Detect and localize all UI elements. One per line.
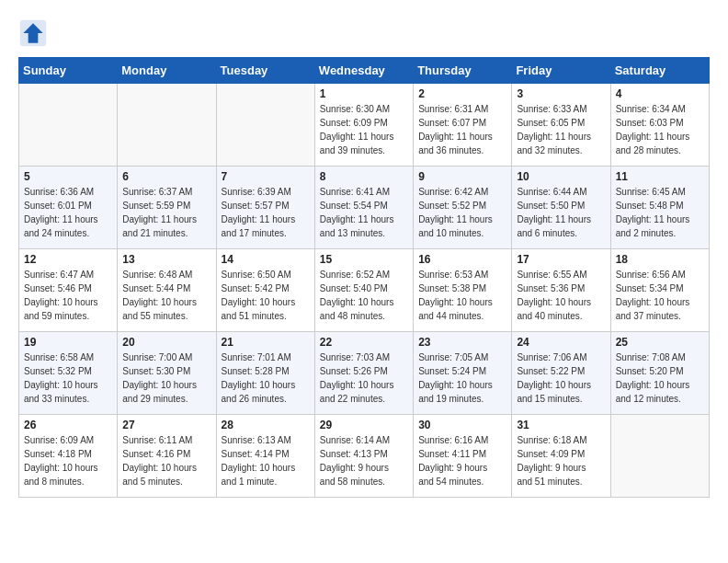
day-info: Sunrise: 6:09 AM Sunset: 4:18 PM Dayligh… bbox=[24, 433, 112, 488]
calendar-week-4: 19Sunrise: 6:58 AM Sunset: 5:32 PM Dayli… bbox=[19, 332, 710, 415]
day-info: Sunrise: 6:39 AM Sunset: 5:57 PM Dayligh… bbox=[222, 185, 310, 240]
day-info: Sunrise: 6:53 AM Sunset: 5:38 PM Dayligh… bbox=[418, 268, 506, 323]
day-info: Sunrise: 7:06 AM Sunset: 5:22 PM Dayligh… bbox=[517, 350, 605, 406]
day-number: 25 bbox=[616, 336, 704, 349]
column-header-sunday: Sunday bbox=[19, 58, 118, 84]
day-info: Sunrise: 6:36 AM Sunset: 6:01 PM Dayligh… bbox=[24, 185, 112, 240]
day-number: 18 bbox=[616, 253, 704, 266]
calendar-cell bbox=[216, 84, 314, 167]
day-info: Sunrise: 6:33 AM Sunset: 6:05 PM Dayligh… bbox=[517, 102, 605, 157]
calendar-header-row: SundayMondayTuesdayWednesdayThursdayFrid… bbox=[19, 58, 710, 84]
day-number: 6 bbox=[122, 170, 210, 183]
calendar-week-2: 5Sunrise: 6:36 AM Sunset: 6:01 PM Daylig… bbox=[19, 167, 710, 249]
day-info: Sunrise: 6:48 AM Sunset: 5:44 PM Dayligh… bbox=[122, 268, 210, 323]
day-info: Sunrise: 6:37 AM Sunset: 5:59 PM Dayligh… bbox=[122, 185, 210, 240]
calendar-week-1: 1Sunrise: 6:30 AM Sunset: 6:09 PM Daylig… bbox=[19, 84, 710, 167]
calendar-cell: 30Sunrise: 6:16 AM Sunset: 4:11 PM Dayli… bbox=[414, 415, 512, 498]
calendar-cell bbox=[19, 84, 118, 167]
day-info: Sunrise: 6:58 AM Sunset: 5:32 PM Dayligh… bbox=[24, 350, 112, 406]
calendar-cell: 19Sunrise: 6:58 AM Sunset: 5:32 PM Dayli… bbox=[19, 332, 118, 415]
calendar-cell: 25Sunrise: 7:08 AM Sunset: 5:20 PM Dayli… bbox=[610, 332, 709, 415]
calendar-cell: 13Sunrise: 6:48 AM Sunset: 5:44 PM Dayli… bbox=[118, 249, 216, 332]
column-header-friday: Friday bbox=[512, 58, 610, 84]
day-info: Sunrise: 6:30 AM Sunset: 6:09 PM Dayligh… bbox=[320, 102, 408, 157]
calendar-cell: 26Sunrise: 6:09 AM Sunset: 4:18 PM Dayli… bbox=[19, 415, 118, 498]
day-number: 2 bbox=[418, 87, 506, 100]
calendar-cell: 12Sunrise: 6:47 AM Sunset: 5:46 PM Dayli… bbox=[19, 249, 118, 332]
day-info: Sunrise: 6:47 AM Sunset: 5:46 PM Dayligh… bbox=[24, 268, 112, 323]
logo-icon bbox=[18, 18, 48, 48]
calendar-cell: 16Sunrise: 6:53 AM Sunset: 5:38 PM Dayli… bbox=[414, 249, 512, 332]
day-number: 28 bbox=[222, 419, 310, 431]
calendar-cell: 14Sunrise: 6:50 AM Sunset: 5:42 PM Dayli… bbox=[216, 249, 314, 332]
day-number: 3 bbox=[517, 87, 605, 100]
day-number: 14 bbox=[222, 253, 310, 266]
day-info: Sunrise: 6:52 AM Sunset: 5:40 PM Dayligh… bbox=[320, 268, 408, 323]
day-info: Sunrise: 7:01 AM Sunset: 5:28 PM Dayligh… bbox=[222, 350, 310, 406]
day-number: 12 bbox=[24, 253, 112, 266]
day-info: Sunrise: 7:03 AM Sunset: 5:26 PM Dayligh… bbox=[320, 350, 408, 406]
calendar-cell: 27Sunrise: 6:11 AM Sunset: 4:16 PM Dayli… bbox=[118, 415, 216, 498]
calendar-cell: 24Sunrise: 7:06 AM Sunset: 5:22 PM Dayli… bbox=[512, 332, 610, 415]
calendar-cell: 22Sunrise: 7:03 AM Sunset: 5:26 PM Dayli… bbox=[314, 332, 413, 415]
day-number: 26 bbox=[24, 419, 112, 431]
day-number: 1 bbox=[320, 87, 408, 100]
day-info: Sunrise: 6:16 AM Sunset: 4:11 PM Dayligh… bbox=[418, 433, 506, 488]
day-info: Sunrise: 7:05 AM Sunset: 5:24 PM Dayligh… bbox=[418, 350, 506, 406]
day-number: 4 bbox=[616, 87, 704, 100]
day-info: Sunrise: 6:31 AM Sunset: 6:07 PM Dayligh… bbox=[418, 102, 506, 157]
column-header-monday: Monday bbox=[118, 58, 216, 84]
day-number: 16 bbox=[418, 253, 506, 266]
column-header-saturday: Saturday bbox=[610, 58, 709, 84]
day-number: 17 bbox=[517, 253, 605, 266]
day-number: 15 bbox=[320, 253, 408, 266]
calendar-cell bbox=[610, 415, 709, 498]
day-number: 24 bbox=[517, 336, 605, 349]
column-header-wednesday: Wednesday bbox=[314, 58, 413, 84]
calendar-week-3: 12Sunrise: 6:47 AM Sunset: 5:46 PM Dayli… bbox=[19, 249, 710, 332]
day-number: 9 bbox=[418, 170, 506, 183]
calendar-cell: 6Sunrise: 6:37 AM Sunset: 5:59 PM Daylig… bbox=[118, 167, 216, 249]
calendar-cell: 4Sunrise: 6:34 AM Sunset: 6:03 PM Daylig… bbox=[610, 84, 709, 167]
calendar-cell: 21Sunrise: 7:01 AM Sunset: 5:28 PM Dayli… bbox=[216, 332, 314, 415]
day-number: 21 bbox=[222, 336, 310, 349]
day-number: 11 bbox=[616, 170, 704, 183]
day-info: Sunrise: 6:11 AM Sunset: 4:16 PM Dayligh… bbox=[122, 433, 210, 488]
calendar-cell: 28Sunrise: 6:13 AM Sunset: 4:14 PM Dayli… bbox=[216, 415, 314, 498]
calendar-cell: 1Sunrise: 6:30 AM Sunset: 6:09 PM Daylig… bbox=[314, 84, 413, 167]
calendar-cell: 8Sunrise: 6:41 AM Sunset: 5:54 PM Daylig… bbox=[314, 167, 413, 249]
day-info: Sunrise: 7:08 AM Sunset: 5:20 PM Dayligh… bbox=[616, 350, 704, 406]
day-number: 20 bbox=[122, 336, 210, 349]
calendar-cell: 5Sunrise: 6:36 AM Sunset: 6:01 PM Daylig… bbox=[19, 167, 118, 249]
calendar-table: SundayMondayTuesdayWednesdayThursdayFrid… bbox=[18, 57, 710, 498]
calendar-cell bbox=[118, 84, 216, 167]
day-number: 27 bbox=[122, 419, 210, 431]
calendar-week-5: 26Sunrise: 6:09 AM Sunset: 4:18 PM Dayli… bbox=[19, 415, 710, 498]
day-info: Sunrise: 6:13 AM Sunset: 4:14 PM Dayligh… bbox=[222, 433, 310, 488]
calendar-cell: 10Sunrise: 6:44 AM Sunset: 5:50 PM Dayli… bbox=[512, 167, 610, 249]
calendar-cell: 17Sunrise: 6:55 AM Sunset: 5:36 PM Dayli… bbox=[512, 249, 610, 332]
calendar-cell: 7Sunrise: 6:39 AM Sunset: 5:57 PM Daylig… bbox=[216, 167, 314, 249]
day-info: Sunrise: 6:41 AM Sunset: 5:54 PM Dayligh… bbox=[320, 185, 408, 240]
day-info: Sunrise: 6:56 AM Sunset: 5:34 PM Dayligh… bbox=[616, 268, 704, 323]
calendar-cell: 15Sunrise: 6:52 AM Sunset: 5:40 PM Dayli… bbox=[314, 249, 413, 332]
calendar-cell: 9Sunrise: 6:42 AM Sunset: 5:52 PM Daylig… bbox=[414, 167, 512, 249]
day-number: 19 bbox=[24, 336, 112, 349]
day-number: 8 bbox=[320, 170, 408, 183]
calendar-cell: 18Sunrise: 6:56 AM Sunset: 5:34 PM Dayli… bbox=[610, 249, 709, 332]
day-info: Sunrise: 6:34 AM Sunset: 6:03 PM Dayligh… bbox=[616, 102, 704, 157]
day-number: 10 bbox=[517, 170, 605, 183]
calendar-cell: 2Sunrise: 6:31 AM Sunset: 6:07 PM Daylig… bbox=[414, 84, 512, 167]
logo bbox=[18, 18, 51, 48]
column-header-thursday: Thursday bbox=[414, 58, 512, 84]
day-number: 5 bbox=[24, 170, 112, 183]
day-number: 7 bbox=[222, 170, 310, 183]
column-header-tuesday: Tuesday bbox=[216, 58, 314, 84]
calendar-cell: 11Sunrise: 6:45 AM Sunset: 5:48 PM Dayli… bbox=[610, 167, 709, 249]
calendar-cell: 31Sunrise: 6:18 AM Sunset: 4:09 PM Dayli… bbox=[512, 415, 610, 498]
calendar-cell: 29Sunrise: 6:14 AM Sunset: 4:13 PM Dayli… bbox=[314, 415, 413, 498]
day-info: Sunrise: 6:14 AM Sunset: 4:13 PM Dayligh… bbox=[320, 433, 408, 488]
day-info: Sunrise: 6:45 AM Sunset: 5:48 PM Dayligh… bbox=[616, 185, 704, 240]
day-number: 30 bbox=[418, 419, 506, 431]
day-info: Sunrise: 6:42 AM Sunset: 5:52 PM Dayligh… bbox=[418, 185, 506, 240]
